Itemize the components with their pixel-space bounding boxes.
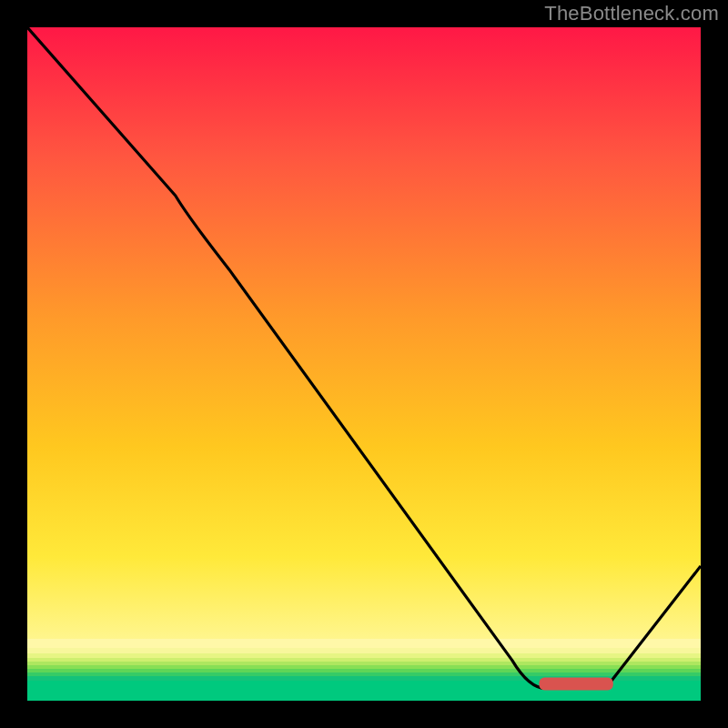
bottleneck-chart — [27, 27, 701, 701]
svg-rect-4 — [27, 662, 701, 665]
svg-rect-2 — [27, 653, 701, 658]
bottom-bands — [27, 639, 701, 701]
optimal-marker — [539, 678, 612, 691]
svg-rect-7 — [27, 672, 701, 676]
svg-rect-5 — [27, 665, 701, 669]
chart-container: TheBottleneck.com — [0, 0, 728, 728]
svg-rect-1 — [27, 648, 701, 653]
svg-rect-3 — [27, 658, 701, 662]
watermark-text: TheBottleneck.com — [544, 2, 719, 25]
svg-rect-0 — [27, 639, 701, 648]
svg-rect-6 — [27, 669, 701, 672]
heat-gradient — [27, 27, 701, 673]
